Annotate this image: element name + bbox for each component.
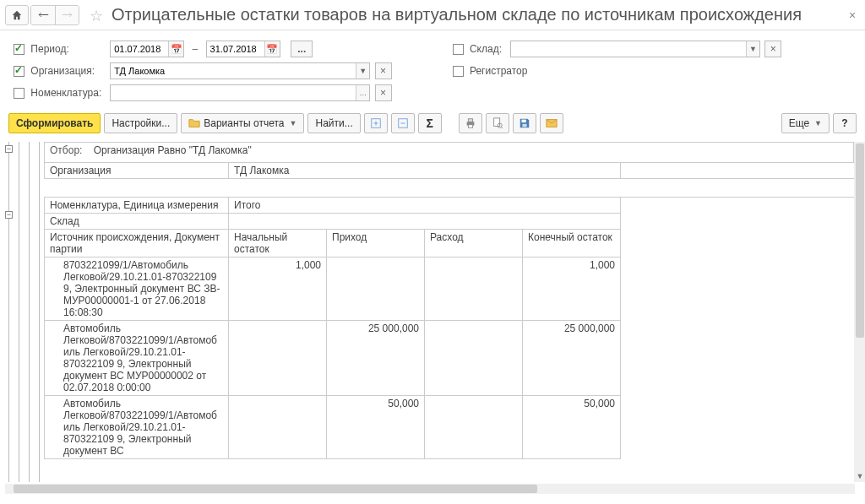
group-warehouse-label: Склад (45, 214, 229, 230)
close-button[interactable]: × (845, 8, 860, 22)
email-button[interactable] (540, 113, 563, 133)
outline-toggle[interactable]: − (5, 145, 13, 153)
scroll-thumb[interactable] (856, 144, 864, 338)
nomenclature-label: Номенклатура: (30, 87, 101, 99)
registrar-label: Регистратор (470, 65, 528, 77)
warehouse-checkbox[interactable] (453, 44, 464, 55)
nomenclature-combo[interactable]: … (110, 84, 370, 101)
total-column-label: Итого (229, 198, 621, 214)
org-header-label: Организация (45, 163, 229, 179)
envelope-icon (546, 117, 558, 129)
dropdown-icon[interactable]: ▼ (746, 41, 759, 57)
col-end: Конечный остаток (523, 230, 621, 257)
col-start: Начальный остаток (229, 230, 327, 257)
report-area: − − Отбор: Организация Равно "ТД Лакомка… (0, 142, 865, 497)
registrar-checkbox[interactable] (453, 66, 464, 77)
report-variants-button[interactable]: Варианты отчета▼ (181, 113, 304, 133)
help-icon: ? (841, 117, 847, 129)
col-in: Приход (327, 230, 425, 257)
svg-rect-5 (493, 118, 499, 127)
organization-clear-button[interactable]: × (375, 62, 392, 79)
scroll-thumb[interactable] (14, 485, 537, 493)
printer-icon (465, 117, 476, 129)
period-to-field[interactable]: 📅 (206, 41, 280, 57)
chevron-down-icon: ▼ (814, 119, 822, 127)
report-grid[interactable]: Отбор: Организация Равно "ТД Лакомка" Ор… (44, 142, 855, 482)
expand-icon (370, 117, 382, 129)
page-magnify-icon (492, 117, 503, 129)
home-button[interactable] (5, 5, 29, 25)
sum-button[interactable]: Σ (418, 113, 442, 133)
warehouse-input[interactable] (511, 41, 746, 57)
outline-toggle[interactable]: − (5, 211, 13, 219)
outline-gutter: − − (5, 142, 42, 482)
report-toolbar: Сформировать Настройки... Варианты отчет… (0, 110, 865, 138)
sigma-icon: Σ (427, 117, 433, 130)
back-button[interactable]: 🡐 (31, 6, 55, 24)
col-out: Расход (425, 230, 523, 257)
table-row[interactable]: 8703221099/1/Автомобиль Легковой/29.10.2… (45, 257, 854, 321)
org-header-value: ТД Лакомка (229, 163, 621, 179)
settings-button[interactable]: Настройки... (104, 113, 177, 133)
save-button[interactable] (513, 113, 536, 133)
nomenclature-clear-button[interactable]: × (375, 84, 392, 101)
chevron-down-icon: ▼ (290, 119, 297, 127)
expand-all-button[interactable] (364, 113, 388, 133)
page-title: Отрицательные остатки товаров на виртуал… (112, 5, 841, 24)
folder-icon (188, 117, 200, 129)
forward-button[interactable]: 🡒 (55, 6, 79, 24)
table-row[interactable]: Автомобиль Легковой/8703221099/1/Автомоб… (45, 321, 854, 396)
generate-button[interactable]: Сформировать (8, 113, 101, 133)
favorite-star-icon[interactable]: ☆ (90, 7, 106, 24)
scroll-down-icon[interactable]: ▼ (855, 472, 865, 482)
period-choose-button[interactable]: ... (291, 41, 313, 57)
help-button[interactable]: ? (833, 113, 857, 133)
vertical-scrollbar[interactable]: ▲ ▼ (855, 142, 865, 482)
organization-checkbox[interactable] (14, 66, 24, 77)
diskette-icon (519, 117, 530, 129)
nomenclature-checkbox[interactable] (14, 88, 24, 99)
find-button[interactable]: Найти... (307, 113, 360, 133)
group-source-label: Источник происхождения, Документ партии (45, 230, 229, 257)
svg-rect-8 (522, 124, 526, 127)
period-from-field[interactable]: 📅 (110, 41, 184, 57)
dropdown-icon[interactable]: ▼ (356, 63, 369, 79)
calendar-icon[interactable]: 📅 (264, 41, 280, 57)
period-label: Период: (30, 43, 68, 55)
period-from-input[interactable] (111, 41, 168, 57)
warehouse-combo[interactable]: ▼ (510, 41, 760, 57)
period-to-input[interactable] (207, 41, 264, 57)
organization-combo[interactable]: ▼ (110, 62, 370, 79)
organization-input[interactable] (111, 63, 356, 79)
collapse-all-button[interactable] (391, 113, 415, 133)
horizontal-scrollbar[interactable] (5, 484, 855, 494)
filter-summary-value: Организация Равно "ТД Лакомка" (94, 144, 252, 156)
more-button[interactable]: Еще▼ (781, 113, 830, 133)
filters-panel: Период: 📅 – 📅 ... Склад: ▼ × (0, 30, 865, 110)
warehouse-label: Склад: (470, 43, 502, 55)
warehouse-clear-button[interactable]: × (764, 41, 781, 57)
svg-rect-3 (468, 119, 472, 122)
period-checkbox[interactable] (14, 44, 24, 55)
preview-button[interactable] (486, 113, 509, 133)
group-nomenclature-label: Номенклатура, Единица измерения (45, 198, 229, 214)
table-row[interactable]: Автомобиль Легковой/8703221099/1/Автомоб… (45, 396, 854, 459)
calendar-icon[interactable]: 📅 (168, 41, 183, 57)
svg-rect-4 (468, 125, 472, 128)
nomenclature-input[interactable] (111, 85, 356, 100)
organization-label: Организация: (30, 65, 95, 77)
collapse-icon (397, 117, 409, 129)
svg-rect-7 (521, 120, 525, 123)
nav-back-forward: 🡐 🡒 (30, 5, 79, 25)
filter-summary-label: Отбор: (50, 144, 82, 156)
choose-icon[interactable]: … (356, 85, 369, 100)
print-button[interactable] (459, 113, 482, 133)
